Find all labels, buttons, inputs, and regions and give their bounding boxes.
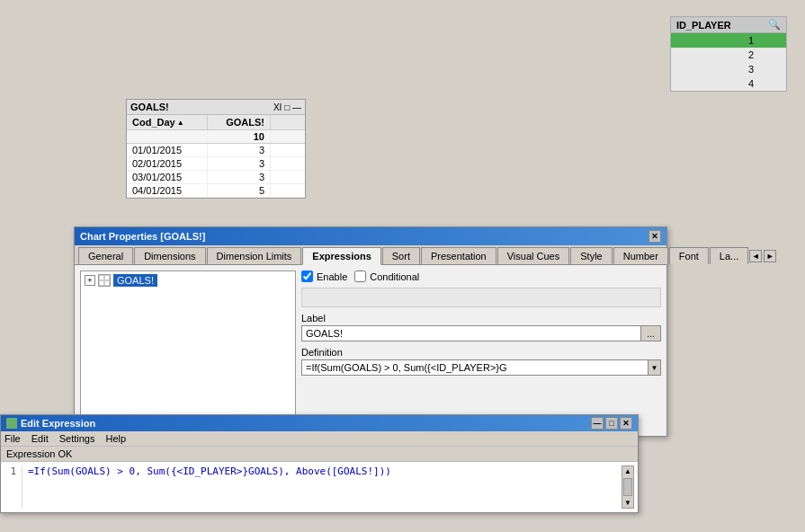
row-value: 2: [671, 49, 761, 61]
enable-label: Enable: [317, 271, 347, 282]
table-icon: [98, 274, 111, 287]
conditional-input-placeholder: [301, 288, 661, 307]
dialog-body: + GOALS! Enable Conditional: [75, 265, 666, 436]
tab-style[interactable]: Style: [570, 247, 612, 264]
enable-checkbox[interactable]: [301, 270, 313, 282]
table-row[interactable]: 02/01/2015 3: [127, 157, 305, 171]
line-number: 1: [4, 466, 16, 477]
conditional-label: Conditional: [370, 271, 419, 282]
menu-settings[interactable]: Settings: [59, 433, 95, 444]
label-input[interactable]: [301, 325, 641, 341]
table-row[interactable]: 2: [671, 48, 786, 62]
expression-right-panel: Enable Conditional Label ... Definition …: [301, 270, 661, 430]
tab-visual-cues[interactable]: Visual Cues: [497, 247, 570, 264]
chart-properties-dialog: Chart Properties [GOALS!] ✕ General Dime…: [74, 226, 667, 437]
goals-table-window: GOALS! XI □ — Cod_Day GOALS! 10 01/01/20…: [126, 99, 306, 199]
edit-title-icon: [6, 418, 17, 429]
value-cell: 5: [208, 184, 271, 197]
row-value: 4: [671, 77, 761, 90]
value-cell: 3: [208, 171, 271, 183]
row-value: 1: [671, 34, 761, 47]
col-label: Cod_Day: [132, 117, 175, 128]
expression-code[interactable]: =If(Sum(GOALS) > 0, Sum({<ID_PLAYER>}GOA…: [28, 466, 622, 509]
tab-presentation[interactable]: Presentation: [421, 247, 496, 264]
expression-list-item[interactable]: + GOALS!: [81, 271, 295, 289]
tab-dimension-limits[interactable]: Dimension Limits: [207, 247, 302, 264]
value-cell: 3: [208, 157, 271, 170]
edit-title-bar: Edit Expression — □ ✕: [1, 415, 638, 431]
goals-title-bar: GOALS! XI □ —: [127, 100, 305, 115]
table-row[interactable]: 3: [671, 62, 786, 76]
menu-edit[interactable]: Edit: [31, 433, 49, 444]
conditional-checkbox-label[interactable]: Conditional: [354, 270, 419, 282]
table-row[interactable]: 1: [671, 33, 786, 48]
goals-col-header: Cod_Day GOALS!: [127, 115, 305, 130]
label-field-label: Label: [301, 313, 661, 324]
total-value: 10: [208, 130, 271, 143]
enable-checkbox-label[interactable]: Enable: [301, 270, 347, 282]
table-row[interactable]: 03/01/2015 3: [127, 171, 305, 184]
vertical-scrollbar[interactable]: ▲ ▼: [622, 466, 634, 509]
date-cell: 01/01/2015: [127, 144, 208, 156]
edit-menubar: File Edit Settings Help: [1, 431, 638, 447]
edit-title-controls: — □ ✕: [591, 417, 632, 430]
table-row[interactable]: 4: [671, 76, 786, 91]
minimize-button[interactable]: —: [591, 417, 604, 430]
id-player-title: ID_PLAYER: [676, 20, 731, 31]
expression-list-panel: + GOALS!: [80, 270, 296, 430]
edit-title-left: Edit Expression: [6, 418, 95, 429]
tab-next-button[interactable]: ►: [764, 250, 776, 262]
goals-controls[interactable]: XI □ —: [273, 102, 301, 112]
edit-expression-dialog: Edit Expression — □ ✕ File Edit Settings…: [0, 414, 639, 513]
enable-row: Enable Conditional: [301, 270, 661, 282]
id-player-header: ID_PLAYER 🔍: [671, 17, 786, 33]
definition-input[interactable]: =If(Sum(GOALS) > 0, Sum({<ID_PLAYER>}G: [301, 359, 648, 376]
dialog-tabs: General Dimensions Dimension Limits Expr…: [75, 245, 666, 265]
row-value: 3: [671, 63, 761, 75]
line-numbers: 1: [4, 466, 22, 509]
date-cell: 04/01/2015: [127, 184, 208, 197]
menu-help[interactable]: Help: [105, 433, 126, 444]
close-button[interactable]: ✕: [620, 417, 632, 430]
goals-col: GOALS!: [208, 115, 271, 129]
status-text: Expression OK: [6, 448, 72, 459]
tab-prev-button[interactable]: ◄: [749, 250, 762, 262]
edit-expr-body: 1 =If(Sum(GOALS) > 0, Sum({<ID_PLAYER>}G…: [1, 462, 638, 512]
definition-label: Definition: [301, 347, 661, 358]
cod-day-col: Cod_Day: [127, 115, 208, 129]
tab-general[interactable]: General: [78, 247, 133, 264]
conditional-checkbox[interactable]: [354, 270, 366, 282]
definition-field-group: Definition =If(Sum(GOALS) > 0, Sum({<ID_…: [301, 347, 661, 376]
edit-title-text: Edit Expression: [21, 418, 95, 429]
label-browse-button[interactable]: ...: [641, 325, 661, 341]
label-field-group: Label ...: [301, 313, 661, 341]
scrollbar-thumb[interactable]: [623, 478, 632, 496]
date-cell: 03/01/2015: [127, 171, 208, 183]
date-cell: 02/01/2015: [127, 157, 208, 170]
definition-scroll[interactable]: ▼: [648, 359, 661, 376]
close-button[interactable]: ✕: [648, 230, 661, 243]
table-row[interactable]: 04/01/2015 5: [127, 184, 305, 198]
expression-label: GOALS!: [113, 274, 157, 287]
dialog-title-bar: Chart Properties [GOALS!] ✕: [75, 227, 666, 245]
tab-dimensions[interactable]: Dimensions: [134, 247, 205, 264]
total-row: 10: [127, 130, 305, 144]
tab-sort[interactable]: Sort: [382, 247, 420, 264]
label-input-group: ...: [301, 325, 661, 341]
search-icon[interactable]: 🔍: [768, 19, 781, 31]
maximize-button[interactable]: □: [605, 417, 618, 430]
edit-status-bar: Expression OK: [1, 447, 638, 462]
goals-title: GOALS!: [130, 102, 169, 112]
definition-row: =If(Sum(GOALS) > 0, Sum({<ID_PLAYER>}G ▼: [301, 359, 661, 376]
tab-font[interactable]: Font: [669, 247, 709, 264]
tab-expressions[interactable]: Expressions: [302, 247, 380, 265]
tab-nav: ◄ ►: [749, 250, 776, 262]
menu-file[interactable]: File: [4, 433, 21, 444]
value-cell: 3: [208, 144, 271, 156]
table-row[interactable]: 01/01/2015 3: [127, 144, 305, 157]
tab-la[interactable]: La...: [710, 247, 748, 264]
tab-number[interactable]: Number: [613, 247, 668, 264]
expand-button[interactable]: +: [85, 275, 95, 286]
id-player-table: ID_PLAYER 🔍 1 2 3 4: [670, 16, 787, 92]
dialog-title: Chart Properties [GOALS!]: [80, 231, 205, 242]
